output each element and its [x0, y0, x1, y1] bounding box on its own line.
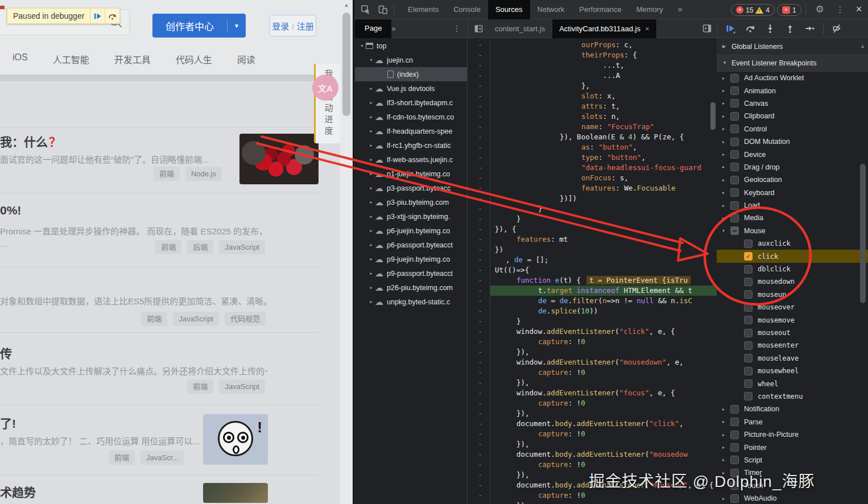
- page-scrollbar[interactable]: ▲: [340, 0, 353, 504]
- chevron-right-icon[interactable]: ▸: [367, 143, 375, 148]
- checkbox-Mouse[interactable]: [730, 226, 739, 235]
- chevron-right-icon[interactable]: ▸: [722, 114, 730, 119]
- tree-item-Vue.js devtools[interactable]: ▸☁Vue.js devtools: [355, 81, 467, 96]
- tree-item-p1-juejin.byteimg.co[interactable]: ▸☁p1-juejin.byteimg.co: [355, 167, 467, 181]
- breakpoint-category-Control[interactable]: ▸Control: [717, 123, 868, 135]
- breakpoint-category-Media[interactable]: ▸Media: [717, 212, 868, 224]
- line-gutter[interactable]: -: [468, 337, 490, 347]
- tag-前端[interactable]: 前端: [155, 240, 181, 254]
- checkbox-Parse[interactable]: [730, 418, 739, 426]
- article-title[interactable]: 传: [0, 344, 12, 361]
- checkbox-mouseup[interactable]: [744, 290, 753, 299]
- kebab-menu-icon[interactable]: ⋮: [833, 0, 847, 19]
- nav-item-人工智能[interactable]: 人工智能: [53, 52, 89, 67]
- breakpoint-category-Canvas[interactable]: ▸Canvas: [717, 97, 868, 110]
- checkbox-Geolocation[interactable]: [730, 176, 739, 184]
- auth-buttons[interactable]: 登录 | 注册: [270, 15, 316, 36]
- checkbox-dblclick[interactable]: [744, 265, 753, 274]
- step-over-button[interactable]: [743, 22, 757, 35]
- line-gutter[interactable]: -: [468, 101, 490, 111]
- chevron-right-icon[interactable]: ▸: [722, 139, 730, 144]
- line-gutter[interactable]: -: [468, 204, 490, 214]
- breakpoint-category-Notification[interactable]: ▸Notification: [717, 403, 868, 415]
- line-gutter[interactable]: -: [468, 388, 490, 398]
- chevron-right-icon[interactable]: ▸: [367, 185, 375, 191]
- tag-代码规范[interactable]: 代码规范: [225, 312, 266, 326]
- checkbox-Script[interactable]: [730, 456, 739, 464]
- checkbox-Clipboard[interactable]: [730, 112, 739, 121]
- checkbox-mousewheel[interactable]: [744, 367, 753, 375]
- tree-item-unpkg.byted-static.c[interactable]: ▸☁unpkg.byted-static.c: [355, 295, 467, 309]
- chevron-right-icon[interactable]: ▸: [722, 88, 730, 93]
- line-gutter[interactable]: -: [468, 142, 490, 152]
- chevron-down-icon[interactable]: ▾: [358, 43, 366, 48]
- breakpoint-event-mouseout[interactable]: mouseout: [717, 327, 868, 339]
- line-gutter[interactable]: -: [468, 173, 490, 183]
- breakpoint-category-Pointer[interactable]: ▸Pointer: [717, 441, 868, 453]
- line-gutter[interactable]: -: [468, 419, 490, 429]
- chevron-right-icon[interactable]: ▸: [367, 214, 375, 219]
- navigator-kebab-icon[interactable]: ⋮: [453, 19, 461, 38]
- nav-item-iOS[interactable]: iOS: [13, 52, 28, 67]
- breakpoint-event-auxclick[interactable]: auxclick: [717, 237, 868, 250]
- section-event-listener-breakpoints[interactable]: ▼ Event Listener Breakpoints: [717, 55, 868, 72]
- chevron-right-icon[interactable]: ▸: [367, 200, 375, 205]
- tag-JavaScript[interactable]: JavaScript: [219, 379, 265, 394]
- line-gutter[interactable]: -: [468, 490, 490, 501]
- line-gutter[interactable]: -: [468, 152, 490, 163]
- line-gutter[interactable]: -: [468, 378, 490, 388]
- nav-item-开发工具[interactable]: 开发工具: [114, 52, 151, 67]
- checkbox-contextmenu[interactable]: [744, 392, 753, 400]
- file-tab-ActivityCard.bb311aad.js[interactable]: ActivityCard.bb311aad.js×: [552, 19, 656, 38]
- console-status-chip[interactable]: × 15 4: [731, 4, 775, 16]
- chevron-right-icon[interactable]: ▸: [722, 177, 730, 183]
- checkbox-mousedown[interactable]: [744, 278, 753, 286]
- line-gutter[interactable]: -: [468, 429, 490, 439]
- checkbox-mouseleave[interactable]: [744, 354, 753, 362]
- line-gutter[interactable]: -: [468, 316, 490, 327]
- line-gutter[interactable]: -: [468, 296, 490, 306]
- tag-Node.js[interactable]: Node.js: [185, 167, 222, 181]
- breakpoint-category-Mouse[interactable]: ▾Mouse: [717, 225, 868, 237]
- tag-JavaScript[interactable]: JavaScript: [173, 312, 219, 326]
- line-gutter[interactable]: -: [468, 111, 490, 122]
- tree-item-p6-passport.byteacct[interactable]: ▸☁p6-passport.byteacct: [355, 238, 467, 252]
- breakpoint-category-Load[interactable]: ▸Load: [717, 199, 868, 212]
- settings-gear-icon[interactable]: ⚙: [812, 0, 828, 19]
- tree-item-lf-rc1.yhgfb-cn-static[interactable]: ▸☁lf-rc1.yhgfb-cn-static: [355, 138, 467, 152]
- checkbox-mouseout[interactable]: [744, 329, 753, 337]
- line-gutter[interactable]: -: [468, 81, 490, 91]
- line-gutter[interactable]: -: [468, 408, 490, 419]
- tab-elements[interactable]: Elements: [400, 0, 446, 19]
- checkbox-wheel[interactable]: [744, 379, 753, 388]
- breakpoint-category-Animation[interactable]: ▸Animation: [717, 84, 868, 97]
- line-gutter[interactable]: -: [468, 327, 490, 337]
- device-toolbar-icon[interactable]: [378, 5, 388, 15]
- breakpoint-category-DOM Mutation[interactable]: ▸DOM Mutation: [717, 135, 868, 148]
- tree-item-lf3-short.ibytedapm.c[interactable]: ▸☁lf3-short.ibytedapm.c: [355, 96, 467, 110]
- breakpoint-event-mousedown[interactable]: mousedown: [717, 275, 868, 288]
- tab-memory[interactable]: Memory: [629, 0, 671, 19]
- line-gutter[interactable]: -: [468, 265, 490, 275]
- scrollbar-thumb[interactable]: [342, 13, 350, 116]
- breakpoint-category-Ad Auction Worklet[interactable]: ▸Ad Auction Worklet: [717, 72, 868, 84]
- breakpoint-event-mouseleave[interactable]: mouseleave: [717, 352, 868, 365]
- checkbox-WebAudio[interactable]: [730, 494, 739, 503]
- breakpoint-category-WebAudio[interactable]: ▸WebAudio: [717, 492, 868, 504]
- tab-sources[interactable]: Sources: [488, 0, 530, 19]
- breakpoint-category-Parse[interactable]: ▸Parse: [717, 416, 868, 428]
- breakpoint-event-contextmenu[interactable]: contextmenu: [717, 390, 868, 403]
- breakpoint-category-Device[interactable]: ▸Device: [717, 148, 868, 160]
- close-devtools-icon[interactable]: ×: [851, 0, 867, 19]
- tab-performance[interactable]: Performance: [572, 0, 629, 19]
- translate-button[interactable]: 文A: [312, 75, 338, 101]
- article-thumbnail-wood[interactable]: [203, 483, 268, 503]
- breakpoint-event-mouseover[interactable]: mouseover: [717, 301, 868, 313]
- breakpoint-category-Script[interactable]: ▸Script: [717, 454, 868, 466]
- chevron-right-icon[interactable]: ▸: [722, 419, 730, 424]
- line-gutter[interactable]: -: [468, 163, 490, 173]
- line-gutter[interactable]: -: [468, 234, 490, 245]
- toggle-sidebar-icon[interactable]: [702, 24, 712, 33]
- tree-item-p9-juejin.byteimg.co[interactable]: ▸☁p9-juejin.byteimg.co: [355, 252, 467, 266]
- checkbox-Canvas[interactable]: [730, 99, 739, 108]
